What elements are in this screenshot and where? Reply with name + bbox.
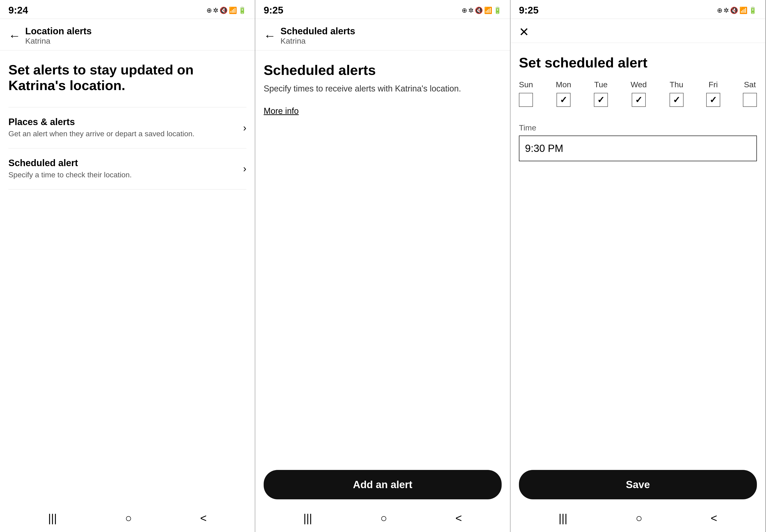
- nav-bar-3: ✕: [510, 19, 765, 43]
- day-checkbox-thu[interactable]: [670, 93, 684, 107]
- status-bar-1: 9:24 ⊕ ✲ 🔇 📶 🔋: [0, 0, 255, 19]
- bottom-btn-area-3: Save: [510, 463, 765, 504]
- location-icon-2: ⊕: [462, 7, 467, 14]
- screen-location-alerts: 9:24 ⊕ ✲ 🔇 📶 🔋 ← Location alerts Katrina…: [0, 0, 255, 532]
- days-section: SunMonTueWedThuFriSat: [519, 75, 757, 107]
- android-menu-btn-1[interactable]: |||: [48, 512, 57, 525]
- bluetooth-icon-3: ✲: [724, 7, 729, 14]
- screen-scheduled-alerts: 9:25 ⊕ ✲ 🔇 📶 🔋 ← Scheduled alerts Katrin…: [255, 0, 510, 532]
- status-bar-2: 9:25 ⊕ ✲ 🔇 📶 🔋: [255, 0, 510, 19]
- status-time-3: 9:25: [519, 5, 538, 16]
- location-icon: ⊕: [207, 7, 212, 14]
- android-home-btn-1[interactable]: ○: [125, 512, 132, 525]
- day-col-thu: Thu: [670, 80, 684, 107]
- day-col-tue: Tue: [594, 80, 608, 107]
- places-alerts-desc: Get an alert when they arrive or depart …: [8, 129, 243, 139]
- day-checkbox-sun[interactable]: [519, 93, 533, 107]
- volume-icon-3: 🔇: [730, 7, 738, 14]
- android-nav-1: ||| ○ <: [0, 504, 255, 532]
- day-label-sat: Sat: [744, 80, 756, 89]
- signal-icon-3: 📶: [739, 7, 748, 14]
- battery-icon-3: 🔋: [749, 7, 757, 14]
- day-checkbox-tue[interactable]: [594, 93, 608, 107]
- scheduled-alert-title: Scheduled alert: [8, 158, 243, 168]
- day-checkbox-sat[interactable]: [743, 93, 757, 107]
- status-icons-1: ⊕ ✲ 🔇 📶 🔋: [207, 7, 246, 14]
- page-desc-2: Specify times to receive alerts with Kat…: [264, 83, 502, 95]
- battery-icon: 🔋: [238, 7, 246, 14]
- day-label-wed: Wed: [631, 80, 647, 89]
- day-col-sat: Sat: [743, 80, 757, 107]
- android-menu-btn-3[interactable]: |||: [558, 512, 567, 525]
- scheduled-alert-desc: Specify a time to check their location.: [8, 170, 243, 180]
- screen-set-scheduled-alert: 9:25 ⊕ ✲ 🔇 📶 🔋 ✕ Set scheduled alert Sun…: [510, 0, 766, 532]
- page-heading-2: Scheduled alerts: [264, 62, 502, 78]
- days-row: SunMonTueWedThuFriSat: [519, 80, 757, 107]
- android-home-btn-3[interactable]: ○: [636, 512, 643, 525]
- android-home-btn-2[interactable]: ○: [380, 512, 387, 525]
- volume-icon: 🔇: [220, 7, 228, 14]
- hero-text-1: Set alerts to stay updated on Katrina's …: [8, 62, 246, 93]
- nav-title-1: Location alerts: [25, 26, 92, 36]
- day-col-sun: Sun: [519, 80, 533, 107]
- status-time-1: 9:24: [8, 5, 28, 16]
- screen2-content: Scheduled alerts Specify times to receiv…: [255, 50, 510, 463]
- places-alerts-text: Places & alerts Get an alert when they a…: [8, 117, 243, 139]
- android-back-btn-2[interactable]: <: [455, 512, 462, 525]
- nav-subtitle-2: Katrina: [281, 36, 355, 45]
- android-menu-btn-2[interactable]: |||: [303, 512, 312, 525]
- chevron-icon-2: ›: [243, 163, 246, 174]
- bluetooth-icon-2: ✲: [468, 7, 474, 14]
- day-checkbox-mon[interactable]: [556, 93, 570, 107]
- nav-bar-1: ← Location alerts Katrina: [0, 19, 255, 50]
- android-back-btn-3[interactable]: <: [711, 512, 717, 525]
- android-nav-3: ||| ○ <: [510, 504, 765, 532]
- more-info-link[interactable]: More info: [264, 106, 502, 116]
- status-icons-2: ⊕ ✲ 🔇 📶 🔋: [462, 7, 502, 14]
- signal-icon: 📶: [229, 7, 237, 14]
- chevron-icon-1: ›: [243, 122, 246, 133]
- screen1-content: Set alerts to stay updated on Katrina's …: [0, 50, 255, 504]
- bluetooth-icon: ✲: [213, 7, 218, 14]
- day-col-fri: Fri: [706, 80, 720, 107]
- android-nav-2: ||| ○ <: [255, 504, 510, 532]
- screen3-content: Set scheduled alert SunMonTueWedThuFriSa…: [510, 43, 765, 463]
- page-heading-3: Set scheduled alert: [519, 55, 757, 71]
- day-checkbox-wed[interactable]: [632, 93, 646, 107]
- nav-title-group-1: Location alerts Katrina: [25, 26, 92, 45]
- places-alerts-item[interactable]: Places & alerts Get an alert when they a…: [8, 107, 246, 148]
- day-col-wed: Wed: [631, 80, 647, 107]
- nav-subtitle-1: Katrina: [25, 36, 92, 45]
- battery-icon-2: 🔋: [493, 7, 502, 14]
- volume-icon-2: 🔇: [475, 7, 483, 14]
- bottom-btn-area-2: Add an alert: [255, 463, 510, 504]
- day-label-tue: Tue: [594, 80, 608, 89]
- status-time-2: 9:25: [264, 5, 283, 16]
- nav-title-group-2: Scheduled alerts Katrina: [281, 26, 355, 45]
- time-input[interactable]: [519, 136, 757, 161]
- nav-bar-2: ← Scheduled alerts Katrina: [255, 19, 510, 50]
- android-back-btn-1[interactable]: <: [200, 512, 207, 525]
- location-icon-3: ⊕: [717, 7, 722, 14]
- scheduled-alert-text: Scheduled alert Specify a time to check …: [8, 158, 243, 180]
- status-bar-3: 9:25 ⊕ ✲ 🔇 📶 🔋: [510, 0, 765, 19]
- scheduled-alert-item[interactable]: Scheduled alert Specify a time to check …: [8, 148, 246, 189]
- nav-title-2: Scheduled alerts: [281, 26, 355, 36]
- time-label: Time: [519, 123, 757, 132]
- day-label-thu: Thu: [670, 80, 683, 89]
- status-icons-3: ⊕ ✲ 🔇 📶 🔋: [717, 7, 757, 14]
- day-col-mon: Mon: [556, 80, 571, 107]
- places-alerts-title: Places & alerts: [8, 117, 243, 127]
- close-button[interactable]: ✕: [519, 26, 529, 38]
- day-checkbox-fri[interactable]: [706, 93, 720, 107]
- back-button-1[interactable]: ←: [8, 30, 21, 42]
- time-section: Time: [519, 123, 757, 161]
- day-label-fri: Fri: [709, 80, 718, 89]
- back-button-2[interactable]: ←: [264, 30, 276, 42]
- signal-icon-2: 📶: [484, 7, 492, 14]
- save-button[interactable]: Save: [519, 470, 757, 499]
- day-label-sun: Sun: [519, 80, 533, 89]
- add-alert-button[interactable]: Add an alert: [264, 470, 502, 499]
- day-label-mon: Mon: [556, 80, 571, 89]
